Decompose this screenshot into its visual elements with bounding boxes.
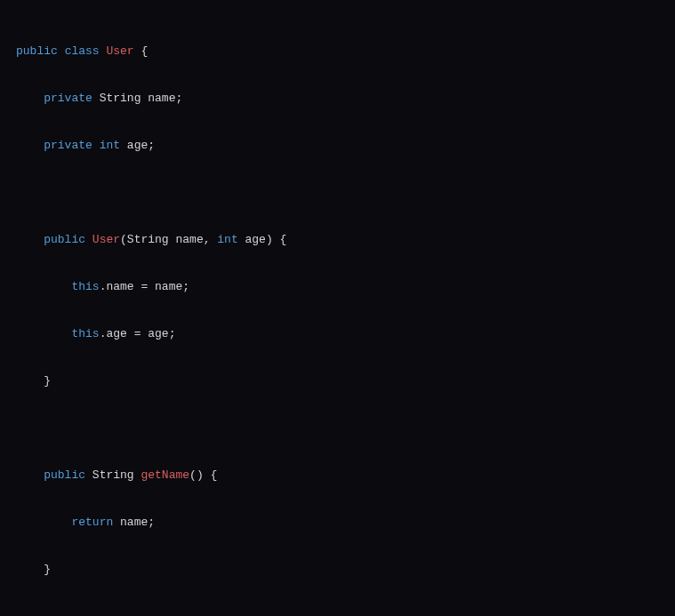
code-line: this.age = age; (16, 323, 659, 347)
brace: } (44, 374, 51, 388)
brace: { (134, 44, 149, 58)
code-line-empty (16, 417, 659, 441)
space (120, 139, 127, 152)
keyword-public: public (44, 468, 85, 482)
type-string: String (100, 92, 141, 105)
var-name: age (127, 139, 148, 152)
params: age) { (238, 233, 287, 246)
indent (16, 327, 71, 340)
indent (16, 374, 44, 388)
code-line: this.name = name; (16, 276, 659, 300)
keyword-class: class (65, 44, 100, 58)
indent (16, 280, 71, 293)
code-line: return name; (16, 511, 659, 535)
keyword-return: return (71, 516, 113, 529)
code-line-empty (16, 181, 659, 205)
indent (16, 516, 71, 529)
space (92, 92, 100, 105)
space (85, 468, 92, 482)
assignment: .name = name; (100, 280, 189, 293)
space (85, 233, 92, 246)
keyword-this: this (71, 327, 99, 340)
method-name: getName (141, 468, 189, 482)
code-line-empty (16, 605, 659, 617)
code-editor: public class User { private String name;… (16, 16, 659, 616)
code-line: private String name; (16, 87, 659, 111)
type-int: int (217, 233, 237, 246)
var-name: name (148, 92, 175, 105)
indent (16, 233, 44, 246)
code-line: private int age; (16, 134, 659, 158)
code-line: public class User { (16, 40, 659, 64)
indent (16, 92, 44, 105)
keyword-private: private (44, 139, 92, 152)
code-line: } (16, 370, 659, 394)
indent (16, 139, 44, 152)
code-line: public User(String name, int age) { (16, 228, 659, 252)
params: () { (189, 468, 217, 482)
keyword-public: public (16, 44, 58, 58)
space (58, 44, 65, 58)
return-value: name; (113, 516, 155, 529)
keyword-private: private (44, 92, 92, 105)
return-type: String (92, 468, 134, 482)
params: (String name, (120, 233, 217, 246)
indent (16, 468, 44, 482)
semicolon: ; (148, 139, 155, 152)
type-int: int (100, 139, 120, 152)
brace: } (44, 563, 51, 576)
assignment: .age = age; (100, 327, 176, 340)
indent (16, 563, 44, 576)
space (92, 139, 100, 152)
code-line: } (16, 558, 659, 582)
keyword-public: public (44, 233, 85, 246)
constructor-name: User (92, 233, 120, 246)
semicolon: ; (175, 92, 182, 105)
keyword-this: this (71, 280, 99, 293)
class-name: User (106, 44, 133, 58)
code-line: public String getName() { (16, 464, 659, 488)
